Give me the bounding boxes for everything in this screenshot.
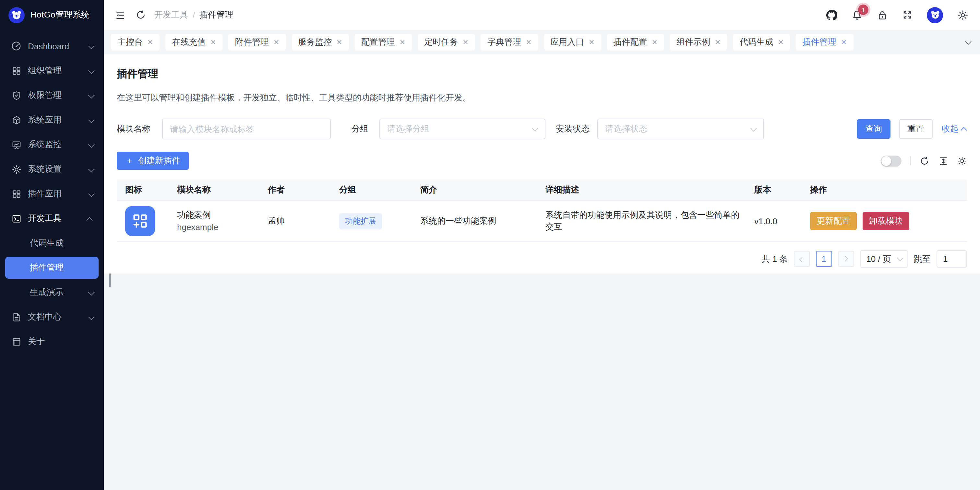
close-icon[interactable]: ✕: [589, 38, 594, 46]
tab-plugin-config[interactable]: 插件配置✕: [607, 34, 664, 51]
chevron-down-icon: [88, 41, 93, 51]
sidebar-item-permissions[interactable]: 权限管理: [5, 84, 99, 106]
col-header-version: 版本: [746, 184, 802, 196]
filter-actions: 查询 重置 收起: [857, 119, 967, 139]
close-icon[interactable]: ✕: [652, 38, 658, 46]
tab-label: 附件管理: [235, 36, 269, 48]
sidebar-item-system-monitor[interactable]: 系统监控: [5, 133, 99, 155]
col-header-group: 分组: [331, 184, 412, 196]
breadcrumb-parent[interactable]: 开发工具: [154, 9, 188, 21]
sidebar-item-label: 系统设置: [28, 163, 62, 175]
sidebar-item-doc-center[interactable]: 文档中心: [5, 306, 99, 328]
github-icon[interactable]: [826, 9, 837, 21]
tab-attachment-mgmt[interactable]: 附件管理✕: [229, 34, 286, 51]
tab-code-generation[interactable]: 代码生成✕: [733, 34, 790, 51]
tab-console[interactable]: 主控台✕: [111, 34, 159, 51]
update-config-button[interactable]: 更新配置: [810, 212, 857, 230]
cube-icon: [11, 115, 21, 125]
app-logo[interactable]: HotGo管理系统: [0, 0, 104, 30]
sidebar-item-system-apps[interactable]: 系统应用: [5, 109, 99, 131]
sidebar-item-system-settings[interactable]: 系统设置: [5, 158, 99, 180]
koala-logo-icon: [8, 7, 25, 23]
sidebar-menu: Dashboard 组织管理 权限管理 系统应用 系统监控: [0, 30, 104, 353]
jump-to-label: 跳至: [914, 253, 931, 265]
chevron-down-icon: [88, 90, 93, 100]
tab-service-monitor[interactable]: 服务监控✕: [291, 34, 348, 51]
close-icon[interactable]: ✕: [715, 38, 721, 46]
tab-dictionary-mgmt[interactable]: 字典管理✕: [481, 34, 538, 51]
page-1-button[interactable]: 1: [816, 251, 832, 267]
module-description: 系统自带的功能使用示例及其说明，包含一些简单的交互: [537, 209, 746, 233]
sidebar-item-label: 文档中心: [28, 311, 62, 323]
tab-plugin-management[interactable]: 插件管理✕: [796, 34, 853, 51]
row-height-icon[interactable]: [938, 155, 948, 166]
sidebar-item-generation-demo[interactable]: 生成演示: [5, 281, 99, 303]
tab-scheduled-tasks[interactable]: 定时任务✕: [418, 34, 475, 51]
lock-icon[interactable]: [876, 9, 888, 21]
fullscreen-icon[interactable]: [902, 9, 913, 21]
close-icon[interactable]: ✕: [463, 38, 468, 46]
search-button[interactable]: 查询: [857, 119, 891, 139]
next-page-button[interactable]: [838, 251, 854, 267]
module-author: 孟帅: [259, 215, 331, 227]
close-icon[interactable]: ✕: [841, 38, 847, 46]
col-header-author: 作者: [259, 184, 331, 196]
tab-label: 配置管理: [361, 36, 395, 48]
gear-icon: [11, 164, 21, 174]
module-code: hgexample: [177, 221, 259, 233]
tab-config-mgmt[interactable]: 配置管理✕: [355, 34, 412, 51]
refresh-icon[interactable]: [135, 9, 146, 21]
module-name-input[interactable]: [162, 119, 331, 140]
status-select-placeholder: 请选择状态: [605, 123, 647, 135]
settings-gear-icon[interactable]: [957, 9, 968, 21]
sidebar-item-organization[interactable]: 组织管理: [5, 60, 99, 82]
close-icon[interactable]: ✕: [399, 38, 406, 46]
col-header-icon: 图标: [117, 184, 169, 196]
sidebar-item-label: 代码生成: [30, 237, 64, 249]
tabs-dropdown-icon[interactable]: [963, 37, 972, 47]
close-icon[interactable]: ✕: [526, 38, 531, 46]
notification-badge: 1: [858, 5, 869, 15]
collapse-filters-link[interactable]: 收起: [942, 123, 967, 135]
sidebar-item-plugin-apps[interactable]: 插件应用: [5, 183, 99, 205]
sidebar-item-about[interactable]: 关于: [5, 331, 99, 353]
reset-button[interactable]: 重置: [899, 119, 933, 139]
sidebar-item-code-generation[interactable]: 代码生成: [5, 232, 99, 254]
table-header-row: 图标 模块名称 作者 分组 简介 详细描述 版本 操作: [117, 179, 967, 201]
user-avatar[interactable]: [927, 7, 943, 23]
tab-component-examples[interactable]: 组件示例✕: [670, 34, 727, 51]
total-count: 共 1 条: [761, 253, 788, 265]
window-frame-icon: [11, 336, 21, 347]
page-size-select[interactable]: 10 / 页: [860, 250, 908, 268]
chevron-down-icon: [88, 115, 93, 125]
tab-online-recharge[interactable]: 在线充值✕: [165, 34, 223, 51]
sidebar-item-dashboard[interactable]: Dashboard: [5, 35, 99, 57]
column-settings-gear-icon[interactable]: [957, 155, 967, 166]
filter-bar: 模块名称 分组 请选择分组 安装状态 请选择状态 查询 重置 收起: [117, 119, 967, 140]
main-content: 插件管理 在这里可以管理和创建插件模板，开发独立、临时性、工具类型的功能时推荐使…: [104, 54, 980, 274]
notifications-bell-icon[interactable]: 1: [851, 9, 862, 21]
close-icon[interactable]: ✕: [274, 38, 279, 46]
uninstall-module-button[interactable]: 卸载模块: [862, 212, 909, 230]
install-status-label: 安装状态: [556, 123, 590, 135]
tab-app-entry[interactable]: 应用入口✕: [544, 34, 601, 51]
reload-table-icon[interactable]: [919, 155, 929, 166]
collapse-sidebar-icon[interactable]: [114, 9, 126, 21]
install-status-select[interactable]: 请选择状态: [597, 119, 764, 140]
sidebar-item-label: Dashboard: [28, 41, 69, 51]
sidebar-item-dev-tools[interactable]: 开发工具: [5, 208, 99, 230]
close-icon[interactable]: ✕: [210, 38, 216, 46]
table-row: 功能案例 hgexample 孟帅 功能扩展 系统的一些功能案例 系统自带的功能…: [117, 201, 967, 242]
prev-page-button[interactable]: [794, 251, 810, 267]
close-icon[interactable]: ✕: [336, 38, 342, 46]
close-icon[interactable]: ✕: [778, 38, 783, 46]
jump-to-page-input[interactable]: [937, 250, 967, 268]
sidebar-item-plugin-management[interactable]: 插件管理: [5, 257, 99, 279]
group-select[interactable]: 请选择分组: [379, 119, 546, 140]
table-toolbar: ＋ 创建新插件: [117, 152, 967, 170]
chevron-down-icon: [750, 125, 757, 131]
close-icon[interactable]: ✕: [147, 38, 153, 46]
chevron-down-icon: [532, 125, 538, 131]
create-plugin-button[interactable]: ＋ 创建新插件: [117, 152, 189, 170]
striped-toggle[interactable]: [881, 155, 902, 166]
